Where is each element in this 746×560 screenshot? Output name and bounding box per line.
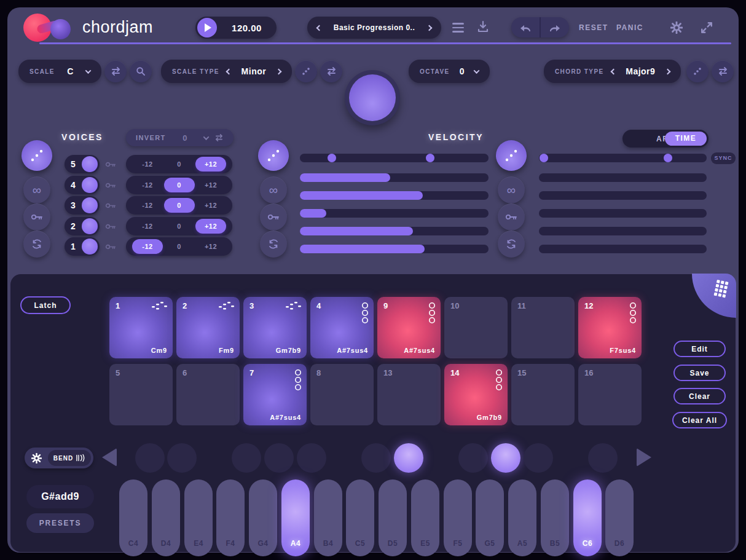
timing-random-button[interactable] bbox=[496, 140, 527, 171]
reset-button[interactable]: RESET bbox=[579, 23, 608, 32]
arp-time-toggle[interactable]: ARP TIME bbox=[622, 130, 709, 148]
timing-key-lock-button[interactable] bbox=[498, 203, 525, 231]
white-key-d5[interactable]: D5 bbox=[379, 479, 407, 556]
voice-octave-segment[interactable]: -12 0 +12 bbox=[126, 176, 232, 194]
segment-plus12[interactable]: +12 bbox=[195, 198, 226, 213]
velocity-refresh-button[interactable] bbox=[260, 231, 287, 258]
segment-plus12[interactable]: +12 bbox=[195, 157, 226, 172]
segment-zero[interactable]: 0 bbox=[164, 157, 195, 172]
velocity-slider-3[interactable] bbox=[300, 209, 489, 218]
time-slider-1[interactable] bbox=[539, 173, 707, 182]
pad-3[interactable]: 3 Gm7b9 bbox=[243, 297, 307, 358]
play-button[interactable] bbox=[197, 18, 217, 37]
white-key-a5[interactable]: A5 bbox=[508, 479, 536, 556]
velocity-slider-4[interactable] bbox=[300, 227, 489, 235]
pad-8[interactable]: 8 bbox=[310, 364, 374, 425]
segment-zero[interactable]: 0 bbox=[164, 219, 195, 234]
key-icon[interactable] bbox=[105, 242, 116, 253]
white-key-e5[interactable]: E5 bbox=[411, 479, 439, 556]
sync-badge[interactable]: SYNC bbox=[711, 152, 736, 164]
voice-toggle[interactable]: 1 bbox=[65, 237, 100, 256]
pad-6[interactable]: 6 bbox=[176, 364, 240, 425]
edit-button[interactable]: Edit bbox=[673, 341, 726, 357]
white-key-g4[interactable]: G4 bbox=[249, 479, 277, 556]
pad-5[interactable]: 5 bbox=[109, 364, 173, 425]
segment-zero[interactable]: 0 bbox=[164, 178, 195, 192]
velocity-slider-5[interactable] bbox=[300, 245, 489, 253]
scale-type-next-icon[interactable] bbox=[276, 68, 282, 74]
time-range-slider[interactable] bbox=[539, 154, 707, 162]
undo-button[interactable] bbox=[511, 17, 541, 37]
preset-next-icon[interactable] bbox=[426, 25, 433, 31]
white-key-e4[interactable]: E4 bbox=[184, 479, 213, 556]
pad-16[interactable]: 16 bbox=[578, 364, 642, 425]
panic-button[interactable]: PANIC bbox=[616, 23, 643, 32]
velocity-key-lock-button[interactable] bbox=[260, 203, 287, 231]
segment-minus12[interactable]: -12 bbox=[132, 219, 163, 234]
time-slider-4[interactable] bbox=[539, 227, 707, 235]
scale-transfer-button[interactable] bbox=[104, 60, 127, 82]
pad-9[interactable]: 9 A#7sus4 bbox=[377, 297, 441, 358]
white-key-c4[interactable]: C4 bbox=[119, 479, 147, 556]
voices-key-lock-button[interactable] bbox=[23, 203, 50, 231]
scale-search-button[interactable] bbox=[130, 60, 152, 82]
segment-minus12[interactable]: -12 bbox=[132, 157, 163, 172]
voices-refresh-button[interactable] bbox=[23, 231, 50, 258]
chord-type-transfer-button[interactable] bbox=[712, 60, 734, 82]
segment-plus12[interactable]: +12 bbox=[195, 219, 226, 234]
key-icon[interactable] bbox=[105, 180, 116, 191]
black-key-dsharp5[interactable] bbox=[394, 443, 423, 473]
voices-infinity-button[interactable]: ∞ bbox=[23, 176, 50, 203]
segment-zero[interactable]: 0 bbox=[164, 239, 195, 254]
time-option[interactable]: TIME bbox=[665, 132, 707, 146]
white-key-f4[interactable]: F4 bbox=[216, 479, 245, 556]
key-icon[interactable] bbox=[105, 221, 116, 232]
black-key-csharp4[interactable] bbox=[135, 443, 165, 473]
white-key-c6[interactable]: C6 bbox=[573, 479, 602, 556]
clear-button[interactable]: Clear bbox=[673, 388, 726, 404]
velocity-infinity-button[interactable]: ∞ bbox=[260, 176, 287, 203]
main-knob[interactable] bbox=[349, 74, 396, 121]
black-key-csharp6[interactable] bbox=[588, 443, 618, 473]
segment-minus12[interactable]: -12 bbox=[132, 239, 163, 254]
time-slider-5[interactable] bbox=[539, 245, 707, 253]
pad-2[interactable]: 2 Fm9 bbox=[176, 297, 240, 358]
timing-refresh-button[interactable] bbox=[498, 231, 525, 258]
range-handle-high[interactable] bbox=[426, 154, 434, 162]
scale-type-transfer-button[interactable] bbox=[320, 60, 342, 82]
presets-button[interactable]: PRESETS bbox=[26, 513, 94, 533]
redo-button[interactable] bbox=[541, 17, 569, 37]
black-key-gsharp5[interactable] bbox=[491, 443, 520, 473]
pad-1[interactable]: 1 Cm9 bbox=[109, 297, 173, 358]
pad-13[interactable]: 13 bbox=[377, 364, 441, 425]
black-key-fsharp4[interactable] bbox=[232, 443, 261, 473]
voice-octave-segment[interactable]: -12 0 +12 bbox=[126, 155, 232, 173]
velocity-random-button[interactable] bbox=[258, 140, 289, 171]
segment-minus12[interactable]: -12 bbox=[132, 198, 163, 213]
black-key-dsharp4[interactable] bbox=[167, 443, 197, 473]
segment-minus12[interactable]: -12 bbox=[132, 178, 163, 192]
bpm-value[interactable]: 120.00 bbox=[217, 23, 277, 33]
key-icon[interactable] bbox=[105, 159, 116, 170]
white-key-b5[interactable]: B5 bbox=[541, 479, 569, 556]
range-handle-low[interactable] bbox=[328, 154, 336, 162]
pad-10[interactable]: 10 bbox=[444, 297, 508, 358]
white-key-d6[interactable]: D6 bbox=[605, 479, 634, 556]
octave-selector[interactable]: OCTAVE 0 bbox=[409, 60, 490, 83]
menu-button[interactable] bbox=[452, 23, 464, 33]
white-key-a4[interactable]: A4 bbox=[281, 479, 310, 556]
velocity-slider-2[interactable] bbox=[300, 191, 489, 200]
voice-toggle[interactable]: 4 bbox=[65, 176, 100, 194]
timing-infinity-button[interactable]: ∞ bbox=[498, 176, 525, 203]
invert-transfer-icon[interactable] bbox=[214, 134, 224, 141]
bend-toggle[interactable]: BEND bbox=[48, 450, 91, 466]
velocity-slider-1[interactable] bbox=[300, 173, 489, 182]
black-key-asharp5[interactable] bbox=[524, 443, 553, 473]
chord-type-prev-icon[interactable] bbox=[610, 68, 616, 74]
voice-octave-segment[interactable]: -12 0 +12 bbox=[126, 196, 232, 215]
black-key-asharp4[interactable] bbox=[297, 443, 326, 473]
voice-toggle[interactable]: 3 bbox=[65, 196, 100, 215]
white-key-b4[interactable]: B4 bbox=[314, 479, 342, 556]
white-key-f5[interactable]: F5 bbox=[444, 479, 472, 556]
key-icon[interactable] bbox=[105, 200, 116, 211]
